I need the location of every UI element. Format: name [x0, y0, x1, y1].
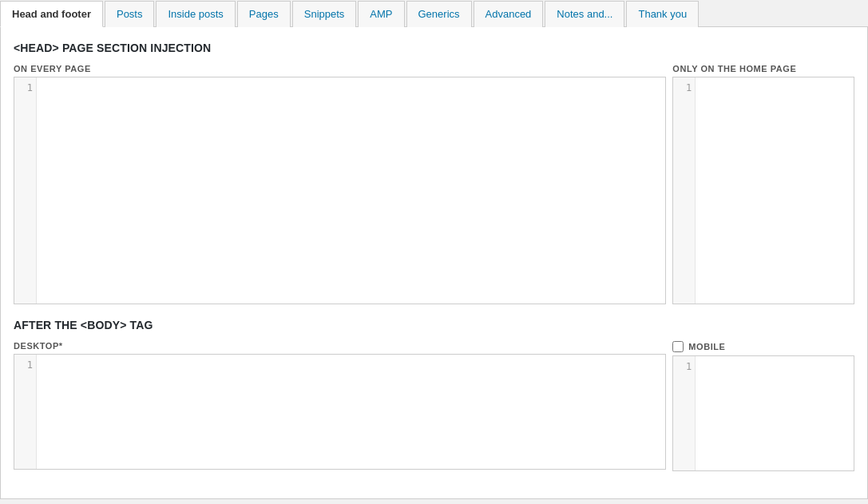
body-desktop-line-numbers: 1 — [14, 355, 37, 469]
content-area: <HEAD> PAGE SECTION INJECTION ON EVERY P… — [0, 27, 868, 499]
body-mobile-line-numbers: 1 — [673, 356, 696, 470]
tab-snippets[interactable]: Snippets — [292, 1, 357, 27]
head-section-title: <HEAD> PAGE SECTION INJECTION — [14, 42, 854, 54]
body-desktop-label: DESKTOP* — [14, 341, 666, 351]
tab-amp[interactable]: AMP — [358, 1, 404, 27]
body-mobile-checkbox[interactable] — [672, 341, 684, 352]
head-every-page-line-numbers: 1 — [14, 77, 37, 304]
head-every-page-label: ON EVERY PAGE — [14, 64, 666, 73]
head-home-page-editor: 1 — [672, 77, 854, 304]
body-mobile-textarea[interactable] — [696, 356, 854, 470]
body-desktop-textarea[interactable] — [37, 355, 665, 469]
head-every-page-col: ON EVERY PAGE 1 — [14, 64, 666, 304]
page-wrapper: Head and footer Posts Inside posts Pages… — [0, 0, 868, 504]
tab-pages[interactable]: Pages — [237, 1, 291, 27]
head-every-page-textarea[interactable] — [37, 77, 665, 304]
tab-advanced[interactable]: Advanced — [474, 1, 544, 27]
tab-notes-and[interactable]: Notes and... — [545, 1, 624, 27]
head-home-page-line-numbers: 1 — [673, 77, 696, 304]
head-home-page-col: ONLY ON THE HOME PAGE 1 — [672, 64, 854, 304]
body-fields-row: DESKTOP* 1 MOBILE 1 — [14, 341, 854, 471]
body-mobile-col: MOBILE 1 — [672, 341, 854, 471]
head-section: <HEAD> PAGE SECTION INJECTION ON EVERY P… — [14, 42, 854, 304]
body-mobile-label-row: MOBILE — [672, 341, 854, 352]
tabs-bar: Head and footer Posts Inside posts Pages… — [0, 0, 868, 27]
body-desktop-editor: 1 — [14, 354, 666, 470]
head-home-page-textarea[interactable] — [696, 77, 854, 304]
body-section-title: AFTER THE <BODY> TAG — [14, 319, 854, 331]
tab-thank-you[interactable]: Thank you — [626, 1, 699, 27]
body-desktop-col: DESKTOP* 1 — [14, 341, 666, 471]
tab-inside-posts[interactable]: Inside posts — [156, 1, 235, 27]
head-every-page-editor: 1 — [14, 77, 666, 304]
head-fields-row: ON EVERY PAGE 1 ONLY ON THE HOME PAGE 1 — [14, 64, 854, 304]
tab-generics[interactable]: Generics — [406, 1, 472, 27]
body-mobile-label: MOBILE — [688, 342, 725, 351]
body-section: AFTER THE <BODY> TAG DESKTOP* 1 MOBILE — [14, 319, 854, 471]
body-mobile-editor: 1 — [672, 355, 854, 471]
tab-head-and-footer[interactable]: Head and footer — [0, 1, 103, 27]
head-home-page-label: ONLY ON THE HOME PAGE — [672, 64, 854, 73]
tab-posts[interactable]: Posts — [105, 1, 155, 27]
